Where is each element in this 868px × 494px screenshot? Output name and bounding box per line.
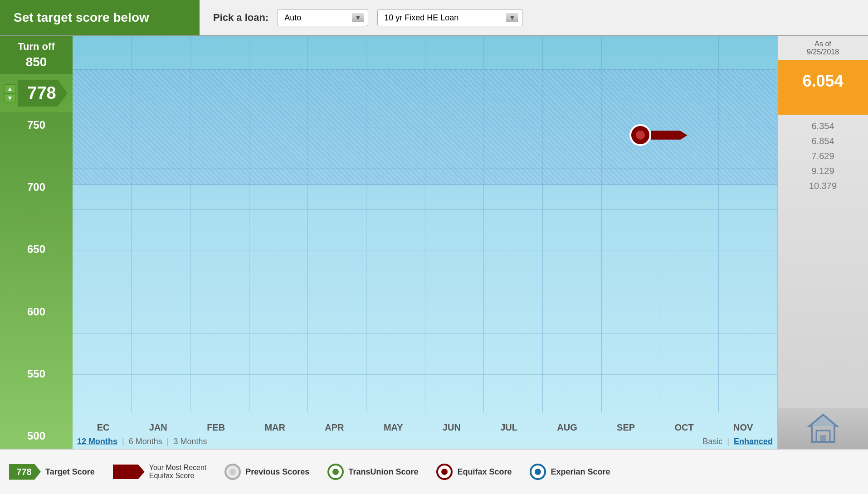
stepper-down-button[interactable]: ▼ — [5, 93, 15, 102]
rate-list: 6.354 6.854 7.629 9.129 10.379 — [778, 115, 868, 408]
as-of-date: As of 9/25/2018 — [778, 36, 868, 60]
set-target-button[interactable]: Set target score below — [0, 0, 200, 35]
loan-type-select[interactable]: Auto Mortgage Home Equity Personal — [278, 9, 368, 26]
house-icon-area — [778, 408, 868, 449]
legend-target-label: Target Score — [45, 467, 95, 477]
rate-item-3: 7.629 — [778, 149, 868, 163]
legend-experian-circle — [530, 464, 546, 480]
legend-target-score: 778 Target Score — [9, 464, 95, 480]
score-arrow-marker — [651, 131, 688, 140]
x-label-aug: AUG — [557, 422, 577, 433]
x-label-dec: EC — [97, 422, 110, 433]
pick-loan-label: Pick a loan: — [213, 12, 268, 24]
y-label-500: 500 — [0, 428, 73, 444]
legend-equifax-recent: Your Most RecentEquifax Score — [113, 464, 207, 480]
x-label-jun: JUN — [443, 422, 461, 433]
legend-experian: Experian Score — [530, 464, 610, 480]
legend-experian-inner — [535, 469, 541, 475]
legend-equifax-inner — [441, 469, 448, 475]
legend-previous-label: Previous Scores — [245, 467, 309, 477]
legend-experian-label: Experian Score — [551, 467, 610, 477]
grid-h-650 — [73, 251, 777, 251]
stepper-up-button[interactable]: ▲ — [5, 84, 15, 93]
legend-area: 778 Target Score Your Most RecentEquifax… — [0, 449, 868, 494]
loan-product-select-wrapper[interactable]: 10 yr Fixed HE Loan 15 yr Fixed 30 yr Fi… — [377, 9, 522, 26]
grid-h-550 — [73, 333, 777, 334]
legend-equifax-arrow — [113, 465, 145, 479]
header: Set target score below Pick a loan: Auto… — [0, 0, 868, 36]
house-icon — [807, 412, 839, 444]
legend-transunion-circle — [327, 464, 344, 480]
score-circle-inner — [636, 131, 645, 140]
time-range-selector: 12 Months | 6 Months | 3 Months — [77, 437, 207, 446]
legend-transunion-inner — [332, 469, 339, 475]
x-label-may: MAY — [384, 422, 403, 433]
y-label-750: 750 — [0, 117, 73, 133]
chart-area: EC JAN FEB MAR APR MAY JUN JUL AUG SEP O… — [73, 36, 777, 449]
x-label-jul: JUL — [500, 422, 517, 433]
legend-target-arrow: 778 — [9, 464, 41, 480]
y-label-650: 650 — [0, 241, 73, 257]
y-axis-labels: 750 700 650 600 550 500 — [0, 112, 73, 449]
legend-equifax-score: Equifax Score — [436, 464, 512, 480]
turn-off-label[interactable]: Turn off — [2, 41, 70, 53]
legend-equifax-label: Your Most RecentEquifax Score — [149, 464, 207, 480]
as-of-label: As of — [814, 40, 831, 48]
grid-h-700 — [73, 209, 777, 210]
legend-previous-inner — [229, 469, 236, 475]
rate-item-5: 10.379 — [778, 179, 868, 193]
score-indicator — [629, 124, 688, 146]
loan-type-select-wrapper[interactable]: Auto Mortgage Home Equity Personal — [278, 9, 368, 26]
rate-item-1: 6.354 — [778, 119, 868, 133]
target-score-display: ▲ ▼ 778 — [0, 77, 73, 109]
as-of-date-value: 9/25/2018 — [807, 48, 839, 56]
legend-transunion-label: TransUnion Score — [348, 467, 418, 477]
set-target-label: Set target score below — [14, 10, 149, 25]
view-mode-selector: Basic | Enhanced — [702, 437, 773, 446]
time-12-months-button[interactable]: 12 Months — [77, 437, 117, 446]
view-basic-button[interactable]: Basic — [702, 437, 722, 446]
score-equifax-circle — [629, 124, 651, 146]
main-content: Turn off 850 ▲ ▼ 778 750 700 650 600 550… — [0, 36, 868, 449]
score-850: 850 — [2, 53, 70, 72]
rate-item-2: 6.854 — [778, 134, 868, 148]
x-label-jan: JAN — [149, 422, 167, 433]
legend-equifax-score-label: Equifax Score — [457, 467, 512, 477]
turn-off-section: Turn off 850 — [0, 36, 73, 74]
x-label-feb: FEB — [207, 422, 225, 433]
grid-h-500 — [73, 374, 777, 375]
time-3-months-button[interactable]: 3 Months — [173, 437, 207, 446]
y-label-600: 600 — [0, 304, 73, 320]
y-axis: Turn off 850 ▲ ▼ 778 750 700 650 600 550… — [0, 36, 73, 449]
legend-transunion: TransUnion Score — [327, 464, 418, 480]
time-6-months-button[interactable]: 6 Months — [129, 437, 162, 446]
legend-target-value: 778 — [16, 467, 31, 477]
highlighted-rate: 6.054 — [778, 60, 868, 115]
right-panel: As of 9/25/2018 6.054 6.354 6.854 7.629 … — [777, 36, 868, 449]
legend-equifax-circle — [436, 464, 453, 480]
x-axis: EC JAN FEB MAR APR MAY JUN JUL AUG SEP O… — [73, 422, 777, 433]
score-stepper[interactable]: ▲ ▼ — [5, 84, 15, 102]
target-score-value: 778 — [27, 83, 56, 102]
y-label-550: 550 — [0, 366, 73, 382]
x-label-apr: APR — [325, 422, 344, 433]
view-enhanced-button[interactable]: Enhanced — [734, 437, 773, 446]
pick-loan-section: Pick a loan: Auto Mortgage Home Equity P… — [200, 9, 868, 26]
rate-item-4: 9.129 — [778, 164, 868, 178]
legend-previous-scores: Previous Scores — [224, 464, 309, 480]
y-label-700: 700 — [0, 179, 73, 195]
legend-previous-circle — [224, 464, 241, 480]
x-label-nov: NOV — [733, 422, 753, 433]
x-label-mar: MAR — [264, 422, 285, 433]
loan-product-select[interactable]: 10 yr Fixed HE Loan 15 yr Fixed 30 yr Fi… — [377, 9, 522, 26]
svg-rect-3 — [820, 435, 826, 442]
target-score-arrow: 778 — [18, 80, 68, 107]
grid-h-600 — [73, 292, 777, 292]
x-label-oct: OCT — [674, 422, 693, 433]
x-label-sep: SEP — [617, 422, 635, 433]
